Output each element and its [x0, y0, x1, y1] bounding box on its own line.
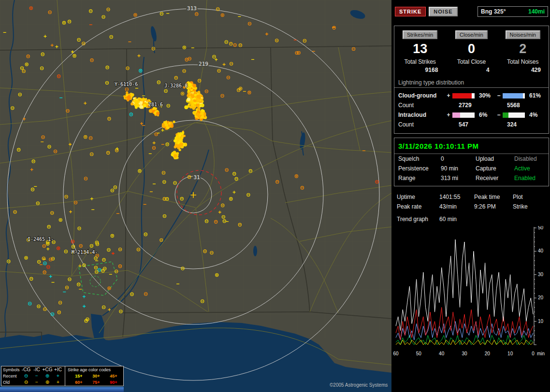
total-strikes-value: 9168 [394, 67, 446, 73]
ic-minus-bar [503, 112, 525, 118]
plus-sign: + [445, 112, 452, 118]
bearing-value: Bng 325° [481, 8, 506, 15]
peak-time-label: Peak time [474, 194, 513, 200]
x-axis-unit: min [537, 351, 545, 356]
pos-ic-old-icon: + [53, 379, 63, 385]
trend-row: Trend graph 60 min [393, 214, 550, 224]
neg-cg-recent-icon: ⊖ [21, 373, 31, 378]
trend-graph: 5040302010 6050403020100min [394, 226, 550, 358]
total-strikes-label: Total Strikes [394, 58, 446, 65]
strike-toggle-button[interactable]: STRIKE [395, 7, 426, 16]
svg-text:40: 40 [538, 248, 544, 253]
cg-minus-count: 5568 [493, 102, 549, 109]
status-panel: 3/11/2026 10:10:11 PM Squelch 0 Upload D… [394, 138, 549, 186]
ic-minus-count: 324 [493, 121, 549, 128]
trend-graph-label: Trend graph [397, 216, 439, 223]
noises-per-min-header[interactable]: Noises/min [506, 30, 540, 39]
range-label: Range [398, 175, 441, 182]
cg-count-label: Count [398, 102, 445, 109]
upload-label: Upload [476, 155, 514, 162]
legend-col-neg-cg: -CG [21, 367, 31, 372]
strikes-per-min-value: 13 [394, 42, 446, 57]
legend-col-pos-ic: +IC [53, 367, 63, 372]
age-code: 30+ [87, 374, 105, 378]
ic-count-row: Count 547 324 [394, 120, 549, 129]
copyright-text: ©2005 Astrogenic Systems [330, 382, 388, 388]
capture-status: Active [514, 165, 549, 172]
plot-value: Strike [513, 203, 550, 210]
noises-per-min-value: 2 [497, 42, 549, 57]
x-tick: 40 [439, 351, 444, 356]
svg-text:31: 31 [193, 174, 200, 181]
capture-label: Capture [476, 165, 514, 172]
legend-recent-label: Recent [1, 374, 21, 378]
age-code: 90+ [105, 380, 122, 385]
legend-old-label: Old [1, 380, 21, 385]
x-tick: 0 [532, 351, 535, 356]
age-code: 60+ [70, 380, 87, 385]
top-toolbar: STRIKE NOISE Bng 325° 140mi [393, 0, 550, 17]
peak-rate-value: 43/min [439, 203, 474, 210]
total-close-label: Total Close [446, 58, 497, 65]
rates-panel: Strikes/min 13 Total Strikes 9168 Close/… [394, 26, 549, 134]
squelch-label: Squelch [398, 155, 441, 162]
svg-text:219: 219 [199, 61, 208, 67]
strikes-per-min-header[interactable]: Strikes/min [403, 30, 437, 39]
stats-row: Uptime 1401:55 Peak time Plot [393, 192, 550, 202]
close-per-min-value: 0 [446, 42, 497, 57]
svg-text:M-2134 4-: M-2134 4- [72, 250, 98, 255]
ic-count-label: Count [398, 121, 445, 128]
pos-ic-recent-icon: + [53, 373, 63, 378]
neg-ic-recent-icon: − [31, 373, 42, 378]
x-tick: 30 [462, 351, 467, 356]
age-code: 15+ [70, 374, 87, 378]
legend-col-pos-cg: +CG [42, 367, 53, 372]
noises-column: Noises/min 2 Total Noises 429 [497, 30, 549, 73]
pos-cg-old-icon: ⊕ [42, 379, 53, 385]
trend-graph-canvas: 5040302010 [394, 226, 550, 350]
stats-row: Peak rate 43/min 9:26 PM Strike [393, 202, 550, 211]
receiver-status: Enabled [514, 175, 549, 182]
svg-text:281-6: 281-6 [148, 102, 163, 107]
strikes-column: Strikes/min 13 Total Strikes 9168 [394, 30, 446, 73]
legend-age-title: Strike age color codes [65, 366, 123, 373]
ic-plus-bar-fill [452, 112, 460, 118]
cloud-ground-label: Cloud-ground [398, 92, 445, 99]
ic-plus-count: 547 [445, 121, 493, 128]
legend-symbols-section: Symbols -CG -IC +CG +IC Recent ⊖ − ⊕ + O… [1, 366, 65, 386]
x-tick: 50 [416, 351, 421, 356]
intracloud-row: Intracloud + 6% − 4% [394, 110, 549, 120]
x-tick: 10 [507, 351, 513, 356]
trend-x-axis: 6050403020100min [394, 351, 550, 358]
total-noises-label: Total Noises [497, 58, 549, 65]
plot-label: Plot [513, 194, 550, 200]
svg-text:J-3286-8: J-3286-8 [164, 83, 188, 88]
cloud-ground-row: Cloud-ground + 30% − 61% [394, 91, 549, 100]
minus-sign: − [495, 112, 503, 118]
map-canvas[interactable]: Y-6110-6J-3286-8281-6I-2465 1-M-2134 4-3… [0, 0, 391, 392]
ic-minus-percent: 4% [527, 112, 549, 118]
trend-window-value: 60 min [439, 216, 474, 223]
lightning-map[interactable]: Y-6110-6J-3286-8281-6I-2465 1-M-2134 4-3… [0, 0, 391, 392]
intracloud-label: Intracloud [398, 112, 445, 118]
uptime-label: Uptime [397, 194, 439, 200]
svg-text:10: 10 [538, 319, 544, 324]
legend-old-age-codes: 60+75+90+ [65, 379, 123, 385]
status-row: Squelch 0 Upload Disabled [394, 154, 549, 164]
svg-text:30: 30 [538, 272, 544, 277]
sidebar: STRIKE NOISE Bng 325° 140mi Strikes/min … [393, 0, 550, 392]
uptime-value: 1401:55 [439, 194, 474, 200]
range-to-storm-value: 140mi [528, 8, 545, 15]
close-per-min-header[interactable]: Close/min [455, 30, 488, 39]
pos-cg-recent-icon: ⊕ [42, 373, 53, 378]
legend-symbols-title: Symbols [1, 367, 21, 372]
age-code: 75+ [87, 380, 105, 385]
legend-col-neg-ic: -IC [31, 367, 42, 372]
cg-plus-percent: 30% [477, 92, 495, 99]
receiver-label: Receiver [476, 175, 514, 182]
svg-text:50: 50 [538, 226, 544, 230]
neg-cg-old-icon: ⊖ [21, 379, 31, 385]
status-row: Persistence 90 min Capture Active [394, 164, 549, 173]
noise-toggle-button[interactable]: NOISE [429, 7, 457, 16]
distribution-title: Lightning type distribution [394, 73, 549, 88]
